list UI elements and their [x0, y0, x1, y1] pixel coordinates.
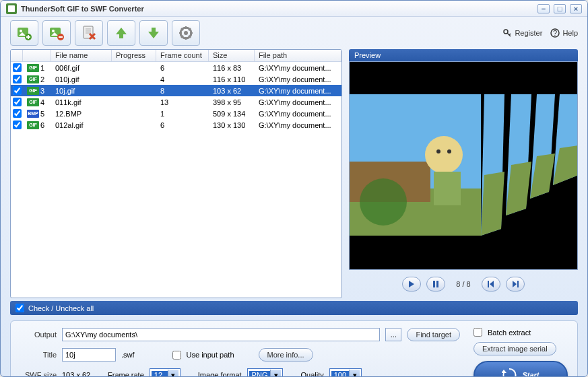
cell-size: 509 x 134: [209, 109, 255, 118]
app-icon: [6, 3, 17, 14]
table-row[interactable]: GIF6012al.gif6130 x 130G:\XY\my document…: [11, 119, 341, 131]
svg-point-6: [52, 30, 55, 32]
col-index[interactable]: [23, 50, 51, 61]
more-info-button[interactable]: More info...: [259, 348, 313, 362]
minimize-button[interactable]: −: [537, 4, 550, 13]
start-button[interactable]: Start: [473, 361, 568, 377]
find-target-button[interactable]: Find target: [407, 328, 460, 341]
title-input[interactable]: [62, 348, 116, 362]
cell-filepath: G:\XY\my document...: [255, 121, 341, 130]
titlebar: ThunderSoft GIF to SWF Converter − □ ×: [1, 1, 587, 17]
row-checkbox[interactable]: [13, 121, 22, 129]
filetype-badge: GIF: [27, 87, 39, 95]
extract-serial-button[interactable]: Extract image serial: [473, 342, 556, 355]
register-link[interactable]: Register: [502, 28, 542, 38]
check-all-checkbox[interactable]: [15, 304, 24, 312]
quality-select[interactable]: 100▾: [329, 368, 362, 377]
svg-point-10: [184, 31, 188, 35]
table-row[interactable]: GIF1006f.gif6116 x 83G:\XY\my document..…: [11, 62, 341, 73]
cell-size: 398 x 95: [209, 98, 255, 107]
help-link[interactable]: ?Help: [550, 28, 578, 38]
row-checkbox[interactable]: [13, 86, 22, 95]
cell-filename: 12.BMP: [51, 109, 112, 118]
output-panel: Output ... Find target Title .swf Use in…: [10, 320, 578, 377]
refresh-icon: [502, 368, 517, 377]
remove-file-button[interactable]: [42, 20, 71, 46]
svg-rect-34: [517, 281, 519, 287]
cell-size: 116 x 110: [209, 75, 255, 84]
cell-filename: 10j.gif: [51, 86, 112, 96]
next-frame-button[interactable]: [506, 277, 525, 292]
preview-label: Preview: [349, 49, 578, 61]
frame-counter: 8 / 8: [456, 280, 470, 288]
help-icon: ?: [550, 28, 560, 38]
col-size[interactable]: Size: [209, 50, 255, 61]
file-list: File name Progress Frame count Size File…: [10, 49, 342, 298]
table-row[interactable]: GIF310j.gif8103 x 62G:\XY\my document...: [11, 85, 341, 96]
output-label: Output: [20, 331, 57, 339]
maximize-button[interactable]: □: [554, 4, 566, 13]
add-file-button[interactable]: [10, 20, 38, 46]
cell-filepath: G:\XY\my document...: [255, 86, 341, 96]
output-path-input[interactable]: [62, 328, 380, 341]
svg-point-20: [447, 149, 451, 153]
cell-framecount: 13: [156, 98, 209, 107]
play-button[interactable]: [402, 277, 421, 292]
batch-extract-checkbox[interactable]: [473, 328, 482, 337]
table-row[interactable]: GIF2010j.gif4116 x 110G:\XY\my document.…: [11, 73, 341, 85]
move-up-button[interactable]: [107, 20, 135, 46]
row-checkbox[interactable]: [13, 98, 22, 106]
cell-framecount: 6: [156, 121, 209, 130]
frame-rate-select[interactable]: 12▾: [150, 368, 181, 377]
cell-progress: [112, 102, 156, 103]
list-header: File name Progress Frame count Size File…: [11, 50, 341, 62]
frame-rate-label: Frame rate: [108, 371, 144, 377]
chevron-down-icon: ▾: [168, 370, 178, 377]
swf-size-value: 103 x 62: [62, 371, 102, 377]
col-progress[interactable]: Progress: [112, 50, 156, 61]
svg-point-19: [436, 149, 440, 153]
cell-framecount: 1: [156, 109, 209, 118]
cell-size: 130 x 130: [209, 121, 255, 130]
use-input-path-checkbox[interactable]: [172, 351, 181, 359]
row-checkbox[interactable]: [13, 109, 22, 118]
image-format-select[interactable]: PNG▾: [247, 368, 284, 377]
preview-controls: 8 / 8: [349, 270, 578, 298]
swf-size-label: SWF size: [20, 371, 57, 377]
settings-button[interactable]: [172, 20, 200, 46]
move-down-button[interactable]: [139, 20, 168, 46]
check-all-label: Check / Uncheck all: [28, 304, 94, 312]
svg-text:?: ?: [553, 29, 557, 37]
chevron-down-icon: ▾: [270, 370, 281, 377]
prev-frame-button[interactable]: [482, 277, 500, 292]
row-checkbox[interactable]: [13, 75, 22, 83]
preview-panel: Preview: [349, 49, 578, 298]
cell-progress: [112, 113, 156, 114]
cell-filepath: G:\XY\my document...: [255, 75, 341, 84]
preview-image: [350, 94, 578, 256]
browse-button[interactable]: ...: [385, 328, 401, 341]
check-all-bar: Check / Uncheck all: [10, 301, 578, 315]
use-input-path-label: Use input path: [187, 351, 234, 359]
pause-button[interactable]: [426, 277, 445, 292]
preview-canvas: [349, 61, 578, 270]
cell-filename: 006f.gif: [51, 63, 112, 73]
col-filepath[interactable]: File path: [255, 50, 341, 61]
svg-rect-21: [434, 172, 461, 205]
svg-marker-27: [481, 172, 504, 236]
close-button[interactable]: ×: [570, 4, 582, 13]
clear-list-button[interactable]: [75, 20, 103, 46]
col-framecount[interactable]: Frame count: [156, 50, 209, 61]
window-title: ThunderSoft GIF to SWF Converter: [21, 5, 537, 13]
cell-filename: 010j.gif: [51, 75, 112, 84]
col-filename[interactable]: File name: [51, 50, 112, 61]
svg-rect-32: [436, 281, 438, 287]
table-row[interactable]: BMP512.BMP1509 x 134G:\XY\my document...: [11, 108, 341, 119]
cell-framecount: 4: [156, 75, 209, 84]
col-check[interactable]: [11, 50, 23, 61]
chevron-down-icon: ▾: [349, 370, 360, 377]
filetype-badge: GIF: [27, 121, 39, 129]
table-row[interactable]: GIF4011k.gif13398 x 95G:\XY\my document.…: [11, 96, 341, 108]
cell-framecount: 8: [156, 86, 209, 96]
row-checkbox[interactable]: [13, 63, 22, 72]
